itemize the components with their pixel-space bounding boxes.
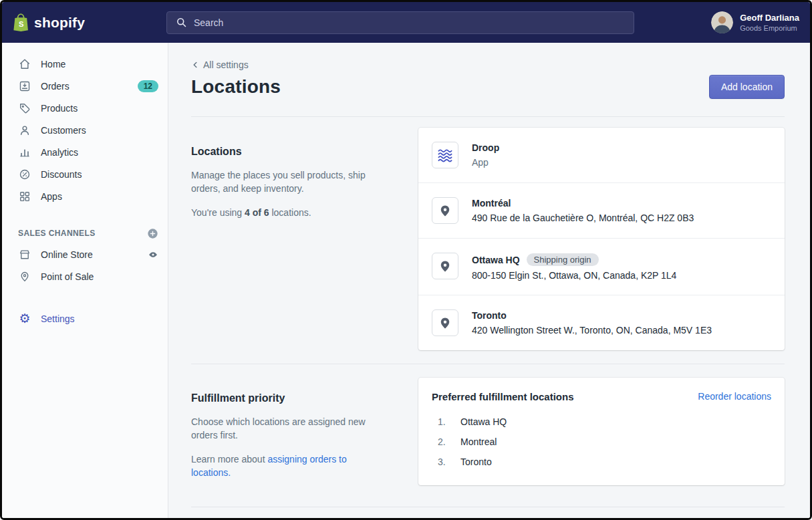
- search-bar[interactable]: [166, 11, 634, 34]
- svg-text:S: S: [19, 20, 24, 28]
- sales-channels-title: SALES CHANNELS: [18, 229, 96, 238]
- sidebar-item-apps[interactable]: Apps: [2, 185, 168, 207]
- shopify-bag-icon: S: [13, 13, 29, 32]
- location-row-montreal[interactable]: Montréal 490 Rue de la Gauchetière O, Mo…: [418, 183, 785, 239]
- search-input[interactable]: [194, 17, 626, 28]
- sidebar-item-label: Point of Sale: [41, 271, 94, 282]
- location-info: Ottawa HQ Shipping origin 800-150 Elgin …: [472, 253, 676, 281]
- sidebar-item-label: Products: [41, 103, 78, 114]
- avatar: [711, 11, 733, 33]
- sidebar-item-analytics[interactable]: Analytics: [2, 141, 168, 163]
- location-address: 490 Rue de la Gauchetière O, Montréal, Q…: [472, 213, 694, 223]
- map-pin-icon: [432, 253, 458, 279]
- analytics-icon: [18, 146, 31, 159]
- sidebar-item-label: Customers: [41, 125, 86, 136]
- locations-section-heading: Locations: [191, 146, 392, 158]
- location-row-droop[interactable]: Droop App: [418, 128, 785, 183]
- preferred-locations-title: Preferred fulfillment locations: [432, 391, 574, 402]
- fulfillment-section-description: Choose which locations are assigned new …: [191, 415, 373, 442]
- locations-usage-count: 4 of 6: [245, 207, 269, 218]
- priority-number: 2.: [438, 436, 448, 447]
- fulfillment-annotation: Fulfillment priority Choose which locati…: [191, 378, 392, 485]
- sidebar-nav: Home Orders 12: [2, 43, 168, 518]
- priority-location-name: Toronto: [460, 457, 492, 467]
- priority-item: 3. Toronto: [432, 452, 771, 472]
- locations-card: Droop App Montréal: [418, 128, 785, 350]
- map-pin-icon: [432, 309, 458, 336]
- location-name: Ottawa HQ: [472, 255, 520, 265]
- app-waves-icon: [432, 142, 458, 168]
- breadcrumb-label: All settings: [203, 59, 249, 70]
- sidebar-item-point-of-sale[interactable]: Point of Sale: [2, 265, 168, 287]
- fulfillment-section: Fulfillment priority Choose which locati…: [191, 364, 785, 497]
- reorder-locations-link[interactable]: Reorder locations: [698, 391, 771, 402]
- gear-icon: ⚙: [18, 312, 31, 326]
- location-info: Montréal 490 Rue de la Gauchetière O, Mo…: [472, 197, 694, 223]
- sidebar-item-label: Home: [41, 59, 65, 70]
- sales-channels-header: SALES CHANNELS: [2, 223, 168, 243]
- locations-section-description: Manage the places you sell products, shi…: [191, 168, 373, 195]
- priority-location-name: Montreal: [460, 436, 497, 447]
- sidebar-item-label: Discounts: [41, 169, 82, 180]
- location-address: 420 Wellington Street W., Toronto, ON, C…: [472, 325, 712, 336]
- sidebar-item-home[interactable]: Home: [2, 53, 168, 75]
- add-sales-channel-button[interactable]: [147, 228, 158, 239]
- priority-location-name: Ottawa HQ: [460, 416, 507, 427]
- sidebar-item-products[interactable]: Products: [2, 97, 168, 119]
- apps-icon: [18, 190, 31, 203]
- online-store-icon: [18, 248, 31, 261]
- locations-section: Locations Manage the places you sell pro…: [191, 117, 785, 362]
- location-subtitle: App: [472, 157, 499, 168]
- preferred-locations-card: Preferred fulfillment locations Reorder …: [418, 378, 785, 485]
- location-info: Toronto 420 Wellington Street W., Toront…: [472, 309, 712, 336]
- sidebar-item-online-store[interactable]: Online Store: [2, 243, 168, 265]
- sidebar-item-label: Apps: [41, 191, 62, 202]
- page-title: Locations: [191, 76, 281, 98]
- locations-usage-text: You're using 4 of 6 locations.: [191, 206, 373, 219]
- plus-circle-icon: [147, 228, 158, 239]
- user-menu[interactable]: Geoff Darliana Goods Emporium: [711, 11, 799, 33]
- orders-icon: [18, 80, 31, 93]
- priority-item: 2. Montreal: [432, 432, 771, 452]
- sidebar-item-label: Analytics: [41, 147, 78, 158]
- tag-icon: [18, 102, 31, 115]
- home-icon: [18, 57, 31, 71]
- priority-number: 1.: [438, 416, 448, 427]
- chevron-left-icon: [191, 61, 199, 69]
- location-name: Montréal: [472, 198, 511, 209]
- store-name: Goods Emporium: [740, 24, 799, 32]
- location-address: 800-150 Elgin St., Ottawa, ON, Canada, K…: [472, 270, 676, 281]
- sidebar-item-orders[interactable]: Orders 12: [2, 75, 168, 97]
- shopify-wordmark: shopify: [34, 15, 85, 31]
- bottom-divider: [191, 507, 785, 507]
- topbar-search-area: [166, 11, 711, 34]
- location-info: Droop App: [472, 142, 499, 168]
- sidebar-item-customers[interactable]: Customers: [2, 119, 168, 141]
- add-location-button[interactable]: Add location: [709, 75, 785, 99]
- sidebar-item-label: Orders: [41, 81, 70, 92]
- location-name: Toronto: [472, 310, 507, 321]
- location-name: Droop: [472, 142, 499, 153]
- locations-annotation: Locations Manage the places you sell pro…: [191, 128, 392, 350]
- priority-item: 1. Ottawa HQ: [432, 412, 771, 432]
- shopify-admin-window: S shopify: [0, 0, 812, 520]
- fulfillment-learn-more: Learn more about assigning orders to loc…: [191, 452, 373, 479]
- point-of-sale-icon: [18, 270, 31, 283]
- customers-icon: [18, 124, 31, 137]
- priority-number: 3.: [438, 457, 448, 467]
- user-name: Geoff Darliana: [740, 13, 799, 23]
- priority-list: 1. Ottawa HQ 2. Montreal 3. Toronto: [432, 412, 771, 472]
- sidebar-item-settings[interactable]: ⚙ Settings: [2, 307, 168, 330]
- shipping-origin-badge: Shipping origin: [527, 253, 599, 266]
- sidebar-item-discounts[interactable]: Discounts: [2, 163, 168, 185]
- discounts-icon: [18, 168, 31, 181]
- location-row-toronto[interactable]: Toronto 420 Wellington Street W., Toront…: [418, 295, 785, 350]
- sidebar-item-label: Online Store: [41, 249, 93, 260]
- orders-count-badge: 12: [138, 80, 158, 92]
- shopify-logo[interactable]: S shopify: [13, 13, 166, 32]
- location-row-ottawa[interactable]: Ottawa HQ Shipping origin 800-150 Elgin …: [418, 239, 785, 295]
- map-pin-icon: [432, 197, 458, 224]
- view-store-eye-icon[interactable]: [148, 249, 158, 260]
- search-icon: [174, 16, 188, 29]
- breadcrumb[interactable]: All settings: [191, 59, 249, 70]
